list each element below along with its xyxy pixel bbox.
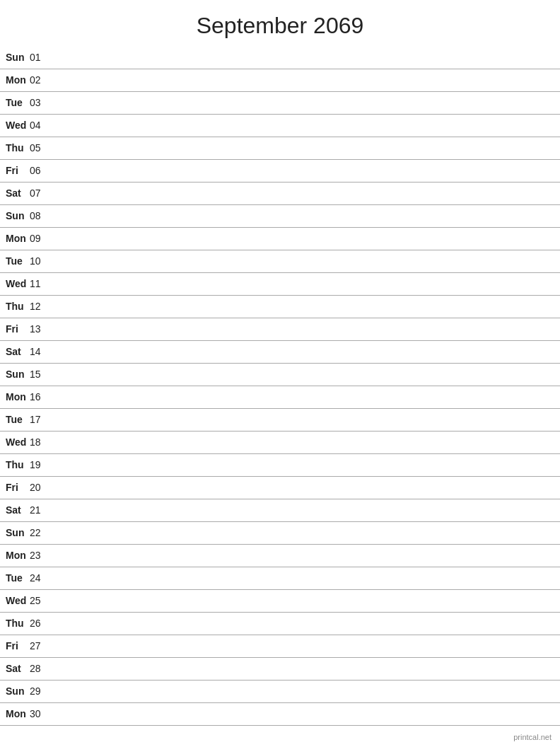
- calendar-row: Fri06: [0, 159, 560, 182]
- day-line[interactable]: [49, 250, 560, 272]
- day-number: 27: [30, 635, 49, 657]
- day-name: Mon: [0, 386, 30, 408]
- calendar-row: Thu26: [0, 612, 560, 635]
- day-line[interactable]: [49, 431, 560, 453]
- day-line[interactable]: [49, 589, 560, 612]
- day-line[interactable]: [49, 702, 560, 725]
- day-name: Sat: [0, 182, 30, 204]
- day-name: Sat: [0, 499, 30, 521]
- day-number: 19: [30, 453, 49, 476]
- day-line[interactable]: [49, 657, 560, 680]
- day-line[interactable]: [49, 340, 560, 363]
- day-name: Mon: [0, 544, 30, 567]
- day-number: 13: [30, 318, 49, 340]
- page-title: September 2069: [0, 0, 560, 46]
- calendar-row: Thu12: [0, 295, 560, 318]
- day-name: Thu: [0, 137, 30, 159]
- day-number: 23: [30, 544, 49, 567]
- day-number: 03: [30, 91, 49, 114]
- day-line[interactable]: [49, 521, 560, 544]
- day-line[interactable]: [49, 635, 560, 657]
- calendar-row: Wed11: [0, 272, 560, 295]
- calendar-row: Thu05: [0, 137, 560, 159]
- day-number: 02: [30, 69, 49, 91]
- day-name: Sun: [0, 204, 30, 227]
- day-name: Wed: [0, 272, 30, 295]
- day-name: Thu: [0, 612, 30, 635]
- day-line[interactable]: [49, 204, 560, 227]
- watermark: printcal.net: [513, 733, 552, 741]
- day-name: Sun: [0, 521, 30, 544]
- day-number: 25: [30, 589, 49, 612]
- day-number: 30: [30, 702, 49, 725]
- day-name: Sat: [0, 657, 30, 680]
- day-number: 21: [30, 499, 49, 521]
- day-line[interactable]: [49, 69, 560, 91]
- day-line[interactable]: [49, 680, 560, 702]
- day-name: Wed: [0, 114, 30, 137]
- calendar-row: Wed04: [0, 114, 560, 137]
- day-number: 29: [30, 680, 49, 702]
- day-line[interactable]: [49, 227, 560, 250]
- day-number: 18: [30, 431, 49, 453]
- day-name: Sun: [0, 680, 30, 702]
- day-line[interactable]: [49, 137, 560, 159]
- day-line[interactable]: [49, 453, 560, 476]
- calendar-row: Fri13: [0, 318, 560, 340]
- day-number: 16: [30, 386, 49, 408]
- day-number: 09: [30, 227, 49, 250]
- day-line[interactable]: [49, 91, 560, 114]
- day-name: Wed: [0, 589, 30, 612]
- day-number: 20: [30, 476, 49, 499]
- calendar-row: Mon30: [0, 702, 560, 725]
- calendar-row: Sat14: [0, 340, 560, 363]
- day-name: Fri: [0, 159, 30, 182]
- day-number: 26: [30, 612, 49, 635]
- day-number: 10: [30, 250, 49, 272]
- day-number: 05: [30, 137, 49, 159]
- day-name: Fri: [0, 318, 30, 340]
- day-line[interactable]: [49, 159, 560, 182]
- day-number: 08: [30, 204, 49, 227]
- day-line[interactable]: [49, 114, 560, 137]
- day-name: Tue: [0, 567, 30, 589]
- day-number: 22: [30, 521, 49, 544]
- day-line[interactable]: [49, 408, 560, 431]
- day-line[interactable]: [49, 272, 560, 295]
- day-name: Wed: [0, 431, 30, 453]
- day-name: Mon: [0, 702, 30, 725]
- day-name: Mon: [0, 69, 30, 91]
- day-number: 28: [30, 657, 49, 680]
- calendar-row: Fri27: [0, 635, 560, 657]
- calendar-row: Wed18: [0, 431, 560, 453]
- day-line[interactable]: [49, 363, 560, 386]
- calendar-row: Mon02: [0, 69, 560, 91]
- day-number: 24: [30, 567, 49, 589]
- calendar-row: Tue17: [0, 408, 560, 431]
- calendar-row: Tue03: [0, 91, 560, 114]
- day-name: Sat: [0, 340, 30, 363]
- day-line[interactable]: [49, 295, 560, 318]
- day-name: Tue: [0, 91, 30, 114]
- day-line[interactable]: [49, 544, 560, 567]
- day-number: 04: [30, 114, 49, 137]
- day-name: Sun: [0, 46, 30, 69]
- calendar-row: Tue10: [0, 250, 560, 272]
- day-line[interactable]: [49, 476, 560, 499]
- day-line[interactable]: [49, 386, 560, 408]
- day-name: Tue: [0, 250, 30, 272]
- calendar-row: Sun15: [0, 363, 560, 386]
- day-name: Thu: [0, 453, 30, 476]
- calendar-row: Sun22: [0, 521, 560, 544]
- day-number: 14: [30, 340, 49, 363]
- day-line[interactable]: [49, 46, 560, 69]
- day-line[interactable]: [49, 567, 560, 589]
- calendar-row: Sun01: [0, 46, 560, 69]
- day-line[interactable]: [49, 318, 560, 340]
- day-number: 15: [30, 363, 49, 386]
- calendar-table: Sun01Mon02Tue03Wed04Thu05Fri06Sat07Sun08…: [0, 46, 560, 726]
- day-line[interactable]: [49, 612, 560, 635]
- day-line[interactable]: [49, 182, 560, 204]
- day-number: 17: [30, 408, 49, 431]
- day-line[interactable]: [49, 499, 560, 521]
